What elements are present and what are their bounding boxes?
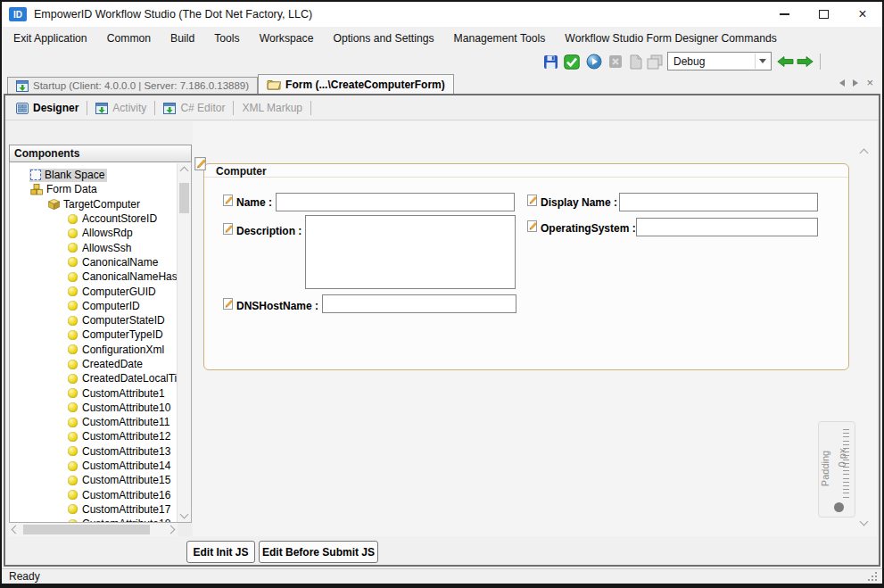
tree-item-field[interactable]: CustomAttribute14 — [10, 459, 191, 473]
dns-host-name-input[interactable] — [322, 294, 516, 313]
edit-field-icon[interactable] — [526, 220, 538, 232]
tree-item-field[interactable]: ComputerStateID — [10, 313, 191, 327]
scroll-tabs-right-icon[interactable] — [853, 79, 858, 87]
menu-workflow-studio-form-designer-commands[interactable]: Workflow Studio Form Designer Commands — [555, 27, 787, 50]
tree-item-label: CanonicalNameHash — [82, 270, 183, 283]
tree-item-field[interactable]: ComputerGUID — [10, 284, 191, 298]
tree-item-field[interactable]: CustomAttribute17 — [10, 502, 191, 517]
tab-form[interactable]: Form (...\CreateComputerForm) — [258, 74, 454, 94]
tree-item-field[interactable]: AllowsRdp — [10, 226, 191, 240]
edit-field-icon[interactable] — [222, 223, 234, 235]
run-button[interactable] — [585, 53, 603, 70]
forward-button[interactable] — [796, 53, 814, 70]
operating-system-input[interactable] — [636, 218, 818, 236]
tab-activity[interactable]: Activity — [92, 102, 150, 114]
tree-item-label: CustomAttribute12 — [82, 430, 170, 443]
edit-field-icon[interactable] — [222, 195, 234, 206]
tree-item-label: ComputerGUID — [82, 286, 156, 298]
tree-item-field[interactable]: ComputerTypeID — [10, 327, 191, 342]
tree-item-field[interactable]: CustomAttribute13 — [10, 444, 191, 459]
scrollbar-corner — [178, 523, 192, 536]
menu-tools[interactable]: Tools — [204, 27, 249, 50]
minimize-button[interactable] — [764, 2, 804, 27]
tree-item-label: CustomAttribute14 — [82, 460, 170, 472]
tree-item-label: Blank Space — [45, 169, 104, 181]
validate-button[interactable] — [563, 53, 581, 70]
field-icon — [68, 374, 78, 384]
padding-slider[interactable]: Padding 0 px — [818, 421, 855, 518]
slider-knob[interactable] — [834, 502, 844, 512]
menu-common[interactable]: Common — [97, 27, 161, 50]
tree-item-field[interactable]: CustomAttribute16 — [10, 488, 191, 502]
back-button[interactable] — [776, 53, 794, 70]
tree-item-field[interactable]: AllowsSsh — [10, 240, 191, 254]
tree-item-field[interactable]: CustomAttribute15 — [10, 473, 191, 487]
menu-workspace[interactable]: Workspace — [250, 27, 324, 50]
close-button[interactable]: × — [843, 2, 882, 27]
new-document-button — [626, 53, 644, 70]
tree-item-blank-space[interactable]: Blank Space — [10, 168, 191, 182]
maximize-button[interactable] — [804, 2, 843, 27]
menu-exit-application[interactable]: Exit Application — [4, 27, 97, 50]
field-icon — [68, 432, 78, 442]
tab-startup[interactable]: Startup (Client: 4.0.0.0 | Server: 7.186… — [7, 77, 258, 94]
scroll-up-icon[interactable] — [180, 167, 189, 176]
menu-build[interactable]: Build — [161, 27, 204, 50]
menu-management-tools[interactable]: Management Tools — [444, 27, 556, 50]
name-input[interactable] — [276, 193, 515, 211]
copy-document-icon — [647, 54, 663, 70]
edit-field-icon[interactable] — [526, 195, 538, 206]
edit-field-icon[interactable] — [222, 298, 234, 310]
tree-item-form-data[interactable]: Form Data — [10, 182, 191, 196]
field-icon — [68, 461, 78, 471]
tree-item-field[interactable]: AccountStoreID — [10, 211, 191, 226]
menu-options-and-settings[interactable]: Options and Settings — [323, 27, 443, 50]
toolbar-separator — [820, 54, 821, 70]
dns-host-name-label: DNSHostName : — [236, 300, 318, 312]
tab-designer[interactable]: Designer — [12, 102, 82, 114]
tree-item-field[interactable]: CustomAttribute11 — [10, 415, 191, 429]
close-tab-icon[interactable]: × — [866, 79, 873, 87]
scrollbar-thumb[interactable] — [23, 525, 150, 534]
tree-item-field[interactable]: CreatedDateLocalTime — [10, 371, 191, 385]
app-window: ID EmpowerID Workflow Studio (The Dot Ne… — [0, 0, 884, 588]
menu-bar: Exit Application Common Build Tools Work… — [2, 27, 882, 50]
resize-grip-icon[interactable] — [868, 571, 878, 581]
edit-init-js-button[interactable]: Edit Init JS — [186, 541, 255, 563]
tree-item-field[interactable]: ComputerID — [10, 299, 191, 313]
tree-item-field[interactable]: CanonicalNameHash — [10, 269, 191, 284]
scroll-down-icon[interactable] — [180, 510, 189, 519]
copy-document-button — [646, 53, 664, 70]
tab-csharp-editor[interactable]: C# Editor — [160, 102, 228, 114]
field-icon — [68, 301, 78, 311]
tree-item-field[interactable]: CanonicalName — [10, 255, 191, 269]
run-icon — [586, 54, 602, 70]
field-icon — [68, 214, 78, 224]
chevron-down-icon[interactable] — [755, 54, 770, 69]
tree-item-field[interactable]: CustomAttribute1 — [10, 385, 191, 400]
tab-xml-markup[interactable]: XML Markup — [238, 102, 306, 114]
tree-item-label: ComputerTypeID — [82, 328, 163, 341]
scroll-tabs-left-icon[interactable] — [839, 79, 845, 87]
tree-horizontal-scrollbar[interactable] — [9, 523, 178, 536]
edit-group-icon[interactable] — [194, 157, 207, 170]
display-name-input[interactable] — [619, 193, 818, 211]
scroll-right-icon[interactable] — [167, 526, 176, 534]
tree-item-field[interactable]: CustomAttribute18 — [10, 517, 191, 523]
build-configuration-select[interactable]: Debug — [667, 52, 772, 70]
view-tab-strip: Designer Activity C# Editor XML Markup — [12, 98, 316, 118]
stop-icon — [608, 54, 623, 69]
scroll-left-icon[interactable] — [12, 526, 21, 534]
description-input[interactable] — [305, 215, 516, 289]
scrollbar-thumb[interactable] — [179, 183, 189, 213]
tree-item-field[interactable]: ConfigurationXml — [10, 343, 191, 357]
tree-item-field[interactable]: CreatedDate — [10, 357, 191, 371]
tree-vertical-scrollbar[interactable] — [177, 163, 191, 522]
edit-before-submit-js-button[interactable]: Edit Before Submit JS — [259, 541, 378, 563]
tree-item-field[interactable]: CustomAttribute10 — [10, 401, 191, 415]
tree-item-target-computer[interactable]: TargetComputer — [10, 197, 191, 211]
save-button[interactable] — [541, 53, 559, 70]
field-icon — [68, 360, 78, 369]
tree-item-field[interactable]: CustomAttribute12 — [10, 429, 191, 443]
tree-item-label: CustomAttribute1 — [82, 387, 165, 400]
